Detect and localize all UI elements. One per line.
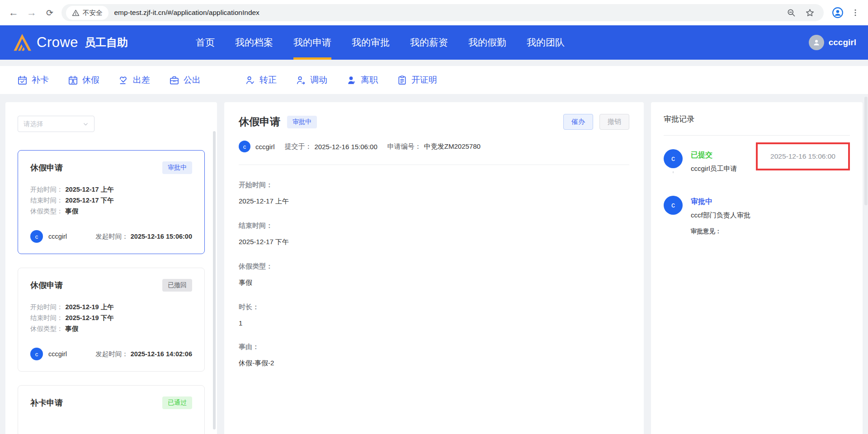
status-badge: 审批中: [162, 161, 192, 174]
field-label: 结束时间：: [30, 197, 63, 204]
user-check-icon: [245, 75, 255, 85]
url-text[interactable]: emp-test.zjf-it.cn/#/application/applica…: [114, 9, 787, 17]
avatar: c: [239, 141, 250, 152]
toolbar-label: 开证明: [411, 74, 437, 86]
nav-item-my-profile[interactable]: 我的档案: [235, 25, 273, 60]
avatar: c: [664, 149, 683, 168]
field-value: 1: [239, 319, 629, 327]
step-timestamp: 2025-12-16 15:06:00: [770, 152, 835, 160]
browser-back-button[interactable]: ←: [5, 4, 23, 22]
nav-item-my-applications[interactable]: 我的申请: [293, 25, 331, 60]
step-description: cccgirl员工申请: [691, 165, 737, 173]
warning-triangle-icon: [72, 9, 80, 17]
zoom-out-icon[interactable]: [787, 8, 796, 18]
revoke-button[interactable]: 撤销: [599, 114, 629, 130]
certificate-icon: [397, 75, 407, 85]
toolbar-item-punch-correction[interactable]: 补卡: [17, 74, 49, 86]
main-nav: 首页 我的档案 我的申请 我的审批 我的薪资 我的假勤 我的团队: [196, 25, 565, 60]
status-badge: 已撤回: [162, 279, 192, 292]
chevron-down-icon: [83, 121, 89, 127]
toolbar-item-regularization[interactable]: 转正: [245, 74, 277, 86]
approval-timeline: c 已提交 cccgirl员工申请 2025-12-16 15:06:00 c …: [664, 149, 850, 236]
step-description: cccf部门负责人审批: [691, 211, 750, 220]
browser-toolbar: ← → ⟳ 不安全 emp-test.zjf-it.cn/#/applicati…: [0, 0, 868, 25]
window-scrollbar[interactable]: [864, 97, 868, 205]
browser-menu-icon[interactable]: [851, 8, 860, 17]
application-detail-panel: 休假申请 审批中 催办 撤销 c cccgirl 提交于： 2025-12-16…: [224, 102, 644, 434]
field-value: 事假: [66, 208, 79, 215]
app-header: Crowe 员工自助 首页 我的档案 我的申请 我的审批 我的薪资 我的假勤 我…: [0, 25, 868, 60]
nav-item-home[interactable]: 首页: [196, 25, 215, 60]
brand-name: Crowe: [37, 34, 78, 51]
field-value: 2025-12-19 下午: [66, 314, 114, 321]
field-value: 2025-12-17 下午: [239, 238, 629, 246]
nav-item-my-attendance[interactable]: 我的假勤: [468, 25, 506, 60]
user-leave-icon: [346, 75, 357, 85]
select-placeholder: 请选择: [24, 120, 43, 128]
start-time-value: 2025-12-16 15:06:00: [131, 233, 192, 240]
travel-check-icon: [118, 75, 129, 85]
field-value: 2025-12-19 上午: [66, 303, 114, 311]
field-label: 事由：: [239, 343, 629, 351]
status-badge: 已通过: [162, 396, 192, 409]
card-title: 补卡申请: [30, 397, 63, 408]
calendar-user-icon: [68, 75, 78, 85]
submitted-label: 提交于：: [285, 142, 312, 151]
urge-button[interactable]: 催办: [563, 114, 593, 130]
quick-actions-toolbar: 补卡 休假 出差 公出 转正: [0, 66, 868, 94]
toolbar-item-transfer[interactable]: 调动: [296, 74, 327, 86]
browser-forward-button[interactable]: →: [23, 4, 41, 22]
toolbar-label: 出差: [133, 74, 150, 86]
bookmark-star-icon[interactable]: [805, 8, 815, 18]
step-status: 审批中: [691, 197, 750, 207]
page-content: 请选择 休假申请 审批中 开始时间：2025-12-17 上午 结束时间：202…: [0, 94, 868, 434]
nav-item-my-salary[interactable]: 我的薪资: [410, 25, 448, 60]
nav-item-my-approvals[interactable]: 我的审批: [352, 25, 390, 60]
address-bar[interactable]: 不安全 emp-test.zjf-it.cn/#/application/app…: [61, 4, 824, 21]
toolbar-item-certificate[interactable]: 开证明: [397, 74, 437, 86]
card-title: 休假申请: [30, 162, 63, 173]
approval-step-processing: c 审批中 cccf部门负责人审批 审批意见：: [664, 196, 850, 236]
detail-title: 休假申请: [239, 115, 280, 129]
browser-profile-icon[interactable]: [832, 7, 844, 19]
field-label: 结束时间：: [30, 314, 63, 321]
field-value: 2025-12-17 上午: [239, 197, 629, 206]
application-card-leave-revoked[interactable]: 休假申请 已撤回 开始时间：2025-12-19 上午 结束时间：2025-12…: [18, 268, 205, 372]
toolbar-item-business-trip[interactable]: 出差: [118, 74, 150, 86]
divider: [664, 135, 850, 136]
nav-item-my-team[interactable]: 我的团队: [527, 25, 565, 60]
briefcase-icon: [169, 75, 179, 85]
user-avatar-icon: [809, 35, 824, 50]
toolbar-item-resignation[interactable]: 离职: [346, 74, 378, 86]
card-title: 休假申请: [30, 280, 63, 291]
header-user-menu[interactable]: cccgirl: [809, 35, 856, 50]
avatar: c: [30, 348, 43, 360]
toolbar-label: 离职: [361, 74, 378, 86]
applicant-name: cccgirl: [255, 143, 275, 151]
field-label: 休假类型：: [30, 325, 63, 332]
step-status: 已提交: [691, 151, 737, 160]
application-type-select[interactable]: 请选择: [18, 116, 94, 132]
list-scrollbar[interactable]: [213, 131, 216, 429]
user-transfer-icon: [296, 75, 306, 85]
application-card-leave-processing[interactable]: 休假申请 审批中 开始时间：2025-12-17 上午 结束时间：2025-12…: [18, 150, 205, 254]
approval-step-submitted: c 已提交 cccgirl员工申请 2025-12-16 15:06:00: [664, 149, 850, 196]
avatar: c: [664, 196, 683, 215]
field-label: 开始时间：: [30, 186, 63, 193]
toolbar-item-leave[interactable]: 休假: [68, 74, 99, 86]
field-label: 结束时间：: [239, 222, 629, 230]
field-label: 休假类型：: [239, 262, 629, 271]
application-card-punch-approved[interactable]: 补卡申请 已通过: [18, 385, 205, 434]
toolbar-label: 休假: [82, 74, 99, 86]
field-label: 开始时间：: [239, 181, 629, 189]
application-card-list: 休假申请 审批中 开始时间：2025-12-17 上午 结束时间：2025-12…: [18, 150, 205, 434]
toolbar-item-official-out[interactable]: 公出: [169, 74, 201, 86]
field-label: 休假类型：: [30, 208, 63, 215]
approval-record-panel: 审批记录 c 已提交 cccgirl员工申请 2025-12-16 15:06:…: [651, 102, 863, 434]
field-value: 休假-事假-2: [239, 359, 629, 368]
site-security-chip[interactable]: 不安全: [66, 6, 108, 20]
crowe-logo-icon: [12, 33, 33, 52]
field-value: 事假: [239, 278, 629, 287]
browser-reload-button[interactable]: ⟳: [41, 4, 59, 22]
app-title: 员工自助: [85, 35, 128, 50]
